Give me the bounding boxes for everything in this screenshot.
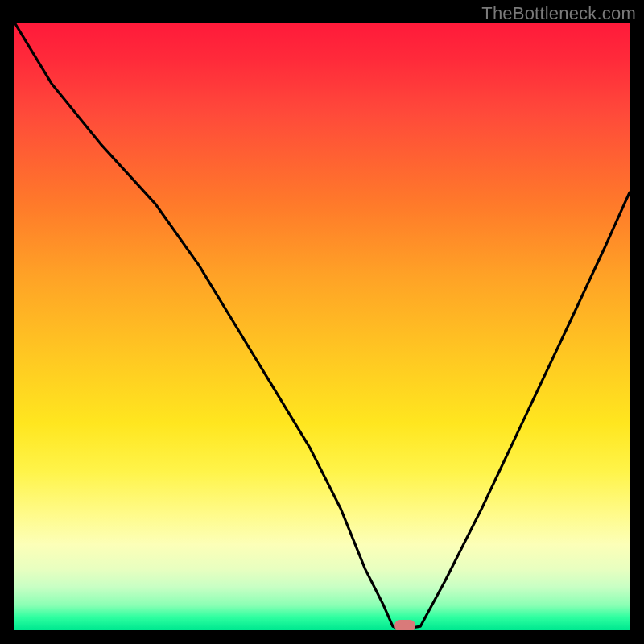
optimal-marker (394, 620, 415, 630)
bottleneck-curve (14, 23, 630, 630)
plot-area (14, 23, 630, 630)
watermark-text: TheBottleneck.com (481, 3, 636, 24)
chart-frame: TheBottleneck.com (0, 0, 644, 644)
